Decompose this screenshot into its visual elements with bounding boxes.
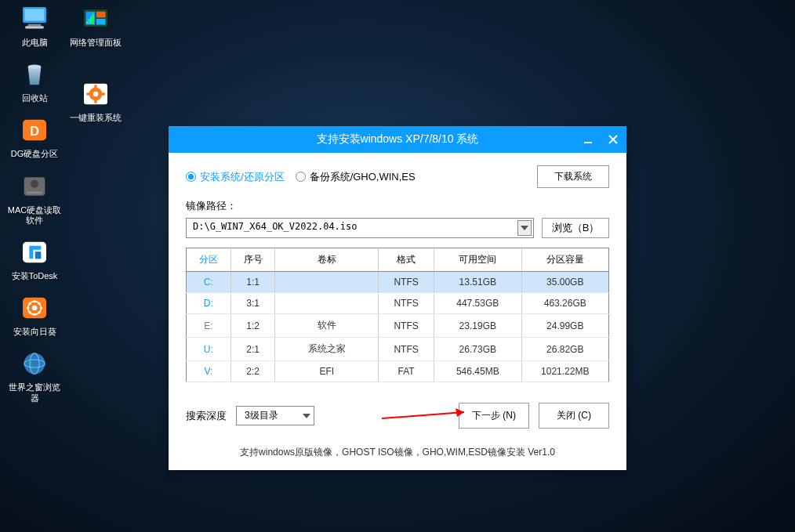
svg-rect-10	[23, 242, 46, 263]
cell-drive: C:	[187, 272, 231, 293]
dg-icon: D	[16, 114, 53, 146]
desktop-icon-label: MAC硬盘读取软件	[6, 205, 63, 226]
desktop-icon-recycle-bin[interactable]: 回收站	[6, 59, 63, 103]
radio-backup[interactable]: 备份系统/GHO,WIN,ES	[296, 170, 416, 184]
svg-point-36	[93, 92, 99, 97]
desktop-icon-reinstall[interactable]: 一键重装系统	[67, 78, 124, 123]
download-system-button[interactable]: 下载系统	[537, 165, 609, 188]
cell-drive: V:	[187, 361, 231, 382]
cell-vol: 系统之家	[275, 338, 379, 361]
svg-point-23	[24, 353, 45, 375]
cell-size: 24.99GB	[521, 314, 608, 338]
minimize-button[interactable]	[581, 132, 595, 147]
header-volume: 卷标	[275, 248, 379, 272]
cell-fmt: NTFS	[379, 293, 434, 314]
svg-text:D: D	[30, 124, 39, 139]
recycle-bin-icon	[16, 59, 53, 90]
titlebar[interactable]: 支持安装windows XP/7/8/10 系统	[169, 126, 626, 153]
cell-vol: 软件	[275, 314, 379, 338]
header-free: 可用空间	[434, 248, 521, 272]
table-row[interactable]: C:1:1NTFS13.51GB35.00GB	[187, 272, 609, 293]
svg-rect-32	[96, 12, 106, 18]
svg-point-17	[40, 306, 42, 309]
image-path-combobox[interactable]: D:\G_WIN7_X64_OK_V2022.04.iso	[186, 218, 534, 238]
sunflower-icon	[16, 292, 53, 324]
desktop-icon-mac-disk-reader[interactable]: MAC硬盘读取软件	[6, 171, 63, 226]
chevron-down-icon[interactable]	[517, 220, 532, 236]
radio-dot-icon	[186, 172, 196, 182]
install-dialog: 支持安装windows XP/7/8/10 系统 安装系统/还原分区 备份系统/…	[169, 126, 626, 470]
mac-disk-icon	[16, 171, 53, 202]
svg-rect-41	[584, 142, 592, 143]
browse-button[interactable]: 浏览（B）	[542, 218, 609, 238]
table-row[interactable]: V:2:2EFIFAT546.45MB1021.22MB	[187, 361, 609, 382]
close-button[interactable]	[606, 132, 620, 147]
svg-marker-43	[456, 408, 464, 417]
search-depth-value: 3级目录	[245, 410, 278, 421]
computer-icon	[16, 3, 53, 34]
radio-dot-icon	[296, 172, 306, 182]
todesk-icon	[16, 237, 53, 268]
desktop-icon-todesk[interactable]: 安装ToDesk	[6, 237, 63, 281]
window-controls	[581, 126, 620, 153]
cell-drive: D:	[187, 293, 231, 314]
image-path-label: 镜像路径：	[186, 199, 609, 213]
gear-icon	[78, 78, 114, 110]
search-depth-label: 搜索深度	[186, 409, 227, 423]
desktop-icon-world-browser[interactable]: 世界之窗浏览器	[6, 348, 63, 403]
desktop-icon-label: 网络管理面板	[70, 38, 122, 48]
cell-size: 26.82GB	[521, 338, 608, 361]
svg-point-14	[33, 300, 35, 302]
desktop-icon-label: 回收站	[22, 93, 48, 103]
header-format: 格式	[379, 248, 434, 272]
svg-rect-31	[93, 13, 94, 24]
cell-fmt: FAT	[379, 361, 434, 382]
cell-drive: U:	[187, 338, 231, 361]
desktop-icon-label: 安装ToDesk	[12, 271, 58, 281]
arrow-annotation-icon	[382, 407, 476, 425]
cell-drive: E:	[187, 314, 231, 338]
radio-install[interactable]: 安装系统/还原分区	[186, 170, 285, 184]
table-row[interactable]: D:3:1NTFS447.53GB463.26GB	[187, 293, 609, 314]
desktop-icon-label: 此电脑	[22, 38, 48, 48]
svg-rect-39	[86, 92, 90, 95]
desktop-icon-this-pc[interactable]: 此电脑	[6, 3, 63, 48]
header-drive: 分区	[187, 248, 231, 272]
desktop-icon-network-panel[interactable]: 网络管理面板	[67, 3, 124, 48]
svg-rect-29	[89, 19, 90, 24]
table-row[interactable]: U:2:1系统之家NTFS26.73GB26.82GB	[187, 338, 609, 361]
svg-point-20	[29, 311, 31, 313]
svg-point-19	[38, 302, 40, 305]
svg-rect-40	[101, 92, 105, 95]
svg-rect-3	[25, 26, 43, 28]
svg-point-21	[38, 311, 40, 313]
svg-point-16	[27, 306, 29, 309]
svg-point-15	[33, 313, 35, 316]
cell-free: 546.45MB	[434, 361, 521, 382]
svg-rect-38	[94, 100, 96, 103]
table-row[interactable]: E:1:2软件NTFS23.19GB24.99GB	[187, 314, 609, 338]
desktop-icon-sunflower[interactable]: 安装向日葵	[6, 292, 63, 337]
bottom-controls: 搜索深度 3级目录 下一步 (N) 关闭 (C)	[186, 403, 609, 429]
cell-free: 23.19GB	[434, 314, 521, 338]
svg-rect-2	[28, 24, 42, 26]
cell-fmt: NTFS	[379, 314, 434, 338]
globe-icon	[16, 348, 53, 379]
cell-idx: 1:1	[231, 272, 275, 293]
chevron-down-icon	[303, 414, 310, 418]
desktop-icon-label: 一键重装系统	[70, 113, 122, 123]
cell-idx: 3:1	[231, 293, 275, 314]
cell-fmt: NTFS	[379, 338, 434, 361]
cell-size: 463.26GB	[521, 293, 608, 314]
close-dialog-button[interactable]: 关闭 (C)	[539, 403, 609, 429]
footer-text: 支持windows原版镜像，GHOST ISO镜像，GHO,WIM,ESD镜像安…	[169, 436, 626, 470]
cell-free: 13.51GB	[434, 272, 521, 293]
svg-rect-30	[90, 16, 92, 24]
desktop-icon-dg-partition[interactable]: D DG硬盘分区	[6, 114, 63, 159]
desktop: 此电脑 回收站 D DG硬盘分区 MAC硬盘读取软件 安装ToDesk 安装向日…	[0, 0, 125, 414]
search-depth-select[interactable]: 3级目录	[236, 406, 314, 425]
cell-idx: 2:1	[231, 338, 275, 361]
header-index: 序号	[231, 248, 275, 272]
cell-free: 447.53GB	[434, 293, 521, 314]
window-title: 支持安装windows XP/7/8/10 系统	[317, 132, 479, 147]
